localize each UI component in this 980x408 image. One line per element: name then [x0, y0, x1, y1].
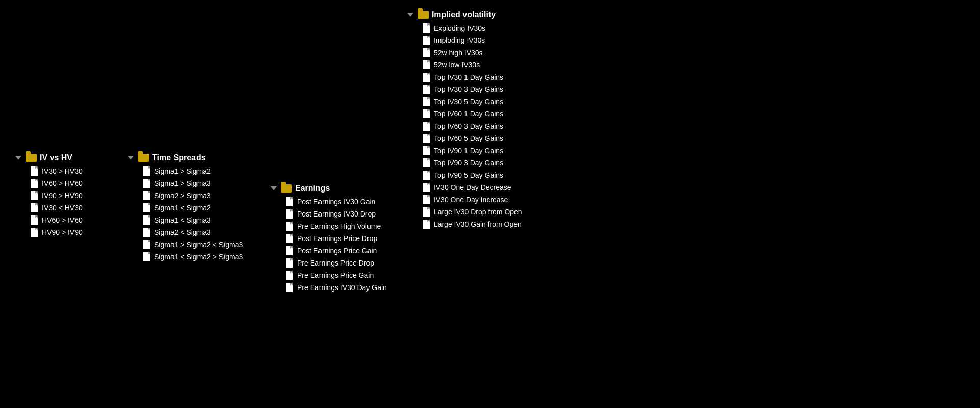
file-icon	[423, 158, 430, 167]
item-label: Sigma1 > Sigma3	[154, 179, 211, 187]
item-label: IV60 > HV60	[42, 179, 83, 187]
item-label: 52w low IV30s	[434, 61, 480, 69]
list-item[interactable]: Top IV60 3 Day Gains	[423, 122, 965, 131]
list-item[interactable]: IV30 One Day Increase	[423, 195, 965, 204]
list-item[interactable]: Sigma1 < Sigma3	[143, 215, 250, 225]
list-item[interactable]: Large IV30 Gain from Open	[423, 220, 965, 229]
list-item[interactable]: IV30 < HV30	[31, 203, 107, 212]
iv-hv-column: IV vs HV IV30 > HV30IV60 > HV60IV90 > HV…	[5, 153, 117, 237]
time-spreads-folder-header[interactable]: Time Spreads	[128, 153, 250, 162]
list-item[interactable]: Top IV30 1 Day Gains	[423, 73, 965, 82]
list-item[interactable]: IV30 One Day Decrease	[423, 183, 965, 192]
item-label: Post Earnings IV30 Drop	[297, 210, 376, 218]
list-item[interactable]: HV60 > IV60	[31, 215, 107, 225]
item-label: Large IV30 Gain from Open	[434, 220, 522, 228]
list-item[interactable]: Sigma1 > Sigma3	[143, 179, 250, 188]
item-label: Top IV90 1 Day Gains	[434, 147, 503, 155]
file-icon	[143, 179, 150, 188]
implied-vol-items: Exploding IV30sImploding IV30s52w high I…	[407, 23, 965, 229]
time-spreads-items: Sigma1 > Sigma2Sigma1 > Sigma3Sigma2 > S…	[128, 166, 250, 261]
time-spreads-folder-label: Time Spreads	[152, 153, 206, 162]
earnings-triangle	[271, 186, 277, 190]
list-item[interactable]: Pre Earnings Price Drop	[286, 258, 387, 268]
item-label: IV30 One Day Decrease	[434, 183, 511, 191]
list-item[interactable]: Post Earnings IV30 Drop	[286, 209, 387, 219]
file-icon	[423, 134, 430, 143]
item-label: Post Earnings Price Drop	[297, 234, 377, 243]
list-item[interactable]: Imploding IV30s	[423, 36, 965, 45]
item-label: Top IV30 5 Day Gains	[434, 98, 503, 106]
item-label: Exploding IV30s	[434, 24, 485, 32]
file-icon	[143, 191, 150, 200]
main-container: IV vs HV IV30 > HV30IV60 > HV60IV90 > HV…	[0, 0, 980, 408]
file-icon	[286, 283, 293, 292]
item-label: Post Earnings IV30 Gain	[297, 198, 375, 206]
item-label: Sigma2 > Sigma3	[154, 191, 211, 200]
list-item[interactable]: IV60 > HV60	[31, 179, 107, 188]
file-icon	[423, 195, 430, 204]
list-item[interactable]: Pre Earnings Price Gain	[286, 271, 387, 280]
item-label: Top IV60 3 Day Gains	[434, 122, 503, 130]
file-icon	[423, 220, 430, 229]
list-item[interactable]: Sigma2 > Sigma3	[143, 191, 250, 200]
item-label: Sigma1 < Sigma3	[154, 216, 211, 224]
file-icon	[423, 48, 430, 57]
file-icon	[286, 258, 293, 268]
iv-hv-folder-icon	[26, 154, 37, 162]
time-spreads-triangle	[128, 156, 134, 160]
list-item[interactable]: Pre Earnings IV30 Day Gain	[286, 283, 387, 292]
earnings-items: Post Earnings IV30 GainPost Earnings IV3…	[271, 197, 387, 292]
file-icon	[423, 60, 430, 69]
item-label: Pre Earnings IV30 Day Gain	[297, 283, 387, 292]
file-icon	[31, 228, 38, 237]
file-icon	[31, 191, 38, 200]
list-item[interactable]: Post Earnings Price Gain	[286, 246, 387, 255]
list-item[interactable]: Post Earnings Price Drop	[286, 234, 387, 243]
implied-vol-folder-header[interactable]: Implied volatility	[407, 10, 965, 19]
file-icon	[286, 209, 293, 219]
list-item[interactable]: IV30 > HV30	[31, 166, 107, 176]
file-icon	[423, 146, 430, 155]
list-item[interactable]: Large IV30 Drop from Open	[423, 207, 965, 217]
item-label: Pre Earnings Price Gain	[297, 271, 374, 279]
list-item[interactable]: Post Earnings IV30 Gain	[286, 197, 387, 206]
implied-vol-column: Implied volatility Exploding IV30sImplod…	[397, 10, 975, 229]
item-label: IV30 One Day Increase	[434, 196, 508, 204]
list-item[interactable]: IV90 > HV90	[31, 191, 107, 200]
earnings-folder-header[interactable]: Earnings	[271, 184, 387, 193]
file-icon	[143, 228, 150, 237]
file-icon	[423, 109, 430, 118]
time-spreads-folder-icon	[138, 154, 149, 162]
list-item[interactable]: HV90 > IV90	[31, 228, 107, 237]
list-item[interactable]: Pre Earnings High Volume	[286, 222, 387, 231]
list-item[interactable]: Top IV90 3 Day Gains	[423, 158, 965, 167]
file-icon	[423, 122, 430, 131]
list-item[interactable]: 52w high IV30s	[423, 48, 965, 57]
item-label: IV30 > HV30	[42, 167, 83, 175]
list-item[interactable]: Sigma1 < Sigma2 > Sigma3	[143, 252, 250, 261]
file-icon	[143, 166, 150, 176]
item-label: Top IV90 3 Day Gains	[434, 159, 503, 167]
list-item[interactable]: Top IV90 1 Day Gains	[423, 146, 965, 155]
earnings-folder-icon	[281, 184, 292, 193]
file-icon	[286, 234, 293, 243]
list-item[interactable]: 52w low IV30s	[423, 60, 965, 69]
file-icon	[423, 73, 430, 82]
list-item[interactable]: Exploding IV30s	[423, 23, 965, 33]
list-item[interactable]: Sigma1 < Sigma2	[143, 203, 250, 212]
list-item[interactable]: Top IV60 1 Day Gains	[423, 109, 965, 118]
iv-hv-folder-header[interactable]: IV vs HV	[15, 153, 107, 162]
item-label: Top IV60 5 Day Gains	[434, 134, 503, 142]
item-label: Top IV90 5 Day Gains	[434, 171, 503, 179]
list-item[interactable]: Sigma1 > Sigma2 < Sigma3	[143, 240, 250, 249]
list-item[interactable]: Sigma1 > Sigma2	[143, 166, 250, 176]
list-item[interactable]: Sigma2 < Sigma3	[143, 228, 250, 237]
file-icon	[143, 203, 150, 212]
file-icon	[286, 197, 293, 206]
list-item[interactable]: Top IV60 5 Day Gains	[423, 134, 965, 143]
list-item[interactable]: Top IV30 3 Day Gains	[423, 85, 965, 94]
file-icon	[423, 36, 430, 45]
list-item[interactable]: Top IV30 5 Day Gains	[423, 97, 965, 106]
list-item[interactable]: Top IV90 5 Day Gains	[423, 171, 965, 180]
file-icon	[423, 23, 430, 33]
